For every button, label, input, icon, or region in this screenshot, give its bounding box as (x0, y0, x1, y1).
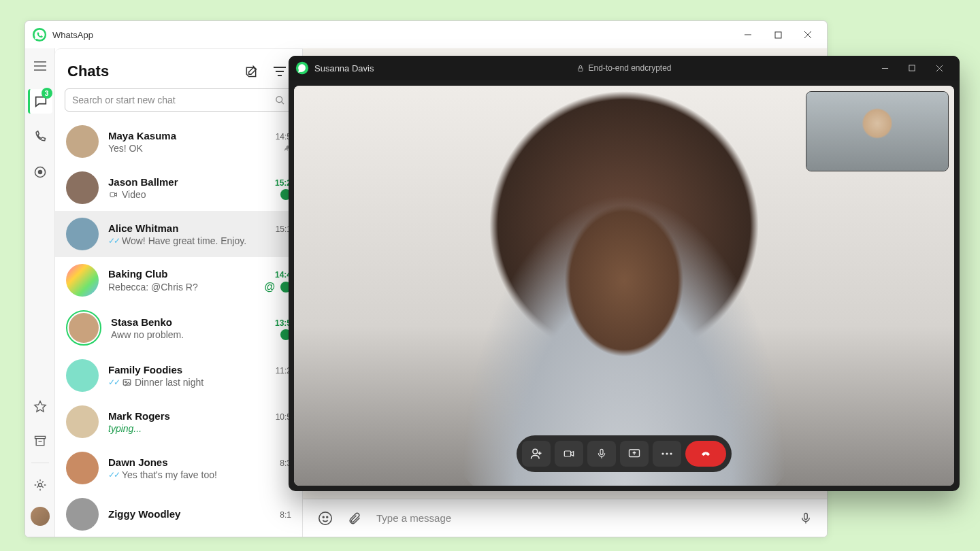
minimize-button[interactable] (733, 24, 763, 46)
svg-point-9 (319, 512, 331, 524)
avatar (66, 264, 99, 297)
svg-rect-15 (909, 65, 915, 71)
chat-name: Ziggy Woodley (108, 508, 180, 520)
svg-rect-14 (578, 68, 583, 71)
search-input[interactable] (72, 95, 270, 105)
chat-item[interactable]: Mark Rogers10:5typing... (55, 399, 302, 445)
chat-name: Stasa Benko (111, 316, 172, 328)
nav-rail: 3 (25, 48, 55, 537)
close-button[interactable] (793, 24, 823, 46)
chat-preview: Yes! OK (108, 143, 143, 154)
status-tab[interactable] (28, 160, 52, 184)
message-input[interactable] (376, 512, 785, 524)
avatar (66, 359, 99, 392)
titlebar: WhatsApp (25, 21, 827, 48)
chat-item[interactable]: Jason Ballmer15:2Video (55, 165, 302, 211)
more-options-button[interactable] (653, 441, 681, 467)
call-minimize-button[interactable] (871, 59, 898, 78)
chat-preview: Aww no problem. (111, 329, 184, 340)
svg-point-16 (533, 449, 538, 454)
avatar (66, 125, 99, 158)
menu-button[interactable] (28, 54, 52, 78)
chat-time: 8:1 (280, 510, 291, 520)
search-box[interactable] (65, 88, 293, 112)
settings-button[interactable] (28, 473, 52, 497)
chats-tab[interactable]: 3 (28, 89, 52, 114)
archived-tab[interactable] (28, 429, 52, 453)
svg-rect-6 (110, 193, 115, 197)
svg-rect-1 (775, 32, 781, 38)
chat-sidebar: Chats Maya Kasuma14:5Yes! OKJason Ballme… (55, 48, 303, 537)
chat-item[interactable]: Maya Kasuma14:5Yes! OK (55, 118, 302, 165)
microphone-button[interactable] (587, 441, 616, 467)
avatar (66, 452, 99, 484)
avatar (66, 405, 99, 438)
call-contact-name: Susanna Davis (314, 63, 374, 73)
call-titlebar: Susanna Davis End-to-end endcrypted (289, 56, 960, 80)
lock-icon (576, 64, 584, 73)
video-stage (294, 86, 954, 486)
call-maximize-button[interactable] (898, 59, 926, 78)
chat-preview: Video (122, 189, 146, 200)
hangup-button[interactable] (685, 441, 726, 467)
self-video-pip[interactable] (806, 91, 949, 171)
calls-tab[interactable] (28, 124, 52, 149)
video-icon (108, 190, 119, 199)
mic-button[interactable] (800, 511, 812, 526)
typing-indicator: typing... (108, 423, 142, 434)
chat-name: Jason Ballmer (108, 176, 178, 188)
avatar (66, 171, 99, 204)
avatar (66, 498, 99, 531)
svg-rect-17 (564, 451, 570, 456)
new-chat-button[interactable] (241, 61, 261, 82)
screen-share-button[interactable] (620, 441, 649, 467)
read-ticks-icon: ✓✓ (108, 378, 119, 387)
camera-button[interactable] (555, 441, 583, 467)
chat-preview: Yes that's my fave too! (122, 469, 217, 480)
chat-item[interactable]: Family Foodies11:2✓✓Dinner last night (55, 352, 302, 399)
svg-point-22 (670, 452, 672, 454)
chat-preview: Rebecca: @Chris R? (108, 282, 198, 293)
mention-icon: @ (264, 281, 275, 293)
svg-point-11 (327, 516, 328, 518)
composer (303, 499, 827, 537)
chat-name: Mark Rogers (108, 410, 170, 422)
svg-rect-18 (600, 449, 603, 454)
profile-avatar[interactable] (31, 507, 50, 526)
svg-point-20 (662, 452, 664, 454)
svg-point-8 (125, 381, 127, 382)
filter-button[interactable] (270, 61, 290, 82)
call-close-button[interactable] (926, 59, 953, 78)
starred-tab[interactable] (28, 395, 52, 419)
read-ticks-icon: ✓✓ (108, 236, 119, 246)
chat-item[interactable]: Ziggy Woodley8:1 (55, 491, 302, 537)
call-controls (517, 435, 732, 472)
chat-name: Maya Kasuma (108, 130, 176, 141)
add-participant-button[interactable] (522, 441, 551, 467)
call-window: Susanna Davis End-to-end endcrypted (289, 56, 960, 491)
chat-item[interactable]: Stasa Benko13:5Aww no problem. (55, 303, 302, 352)
avatar (66, 310, 101, 346)
chat-name: Baking Club (108, 268, 168, 280)
whatsapp-logo-icon (295, 61, 309, 75)
chat-preview: Dinner last night (135, 377, 203, 388)
read-ticks-icon: ✓✓ (108, 470, 119, 480)
svg-point-10 (323, 516, 324, 518)
search-icon (275, 95, 285, 105)
whatsapp-logo-icon (32, 27, 47, 42)
avatar (66, 218, 99, 250)
photo-icon (122, 378, 132, 387)
chat-name: Family Foodies (108, 364, 182, 375)
chat-item[interactable]: Dawn Jones8:3✓✓Yes that's my fave too! (55, 445, 302, 491)
chat-item[interactable]: Baking Club14:4Rebecca: @Chris R?@ (55, 257, 302, 303)
chat-list: Maya Kasuma14:5Yes! OKJason Ballmer15:2V… (55, 118, 302, 537)
attach-button[interactable] (348, 511, 361, 526)
chat-name: Alice Whitman (108, 222, 178, 234)
chat-item[interactable]: Alice Whitman15:1✓✓Wow! Have great time.… (55, 211, 302, 257)
svg-point-4 (38, 484, 42, 487)
emoji-button[interactable] (318, 511, 333, 526)
chats-badge: 3 (42, 88, 52, 99)
maximize-button[interactable] (763, 24, 793, 46)
chat-preview: Wow! Have great time. Enjoy. (122, 235, 246, 246)
svg-point-21 (666, 452, 668, 454)
